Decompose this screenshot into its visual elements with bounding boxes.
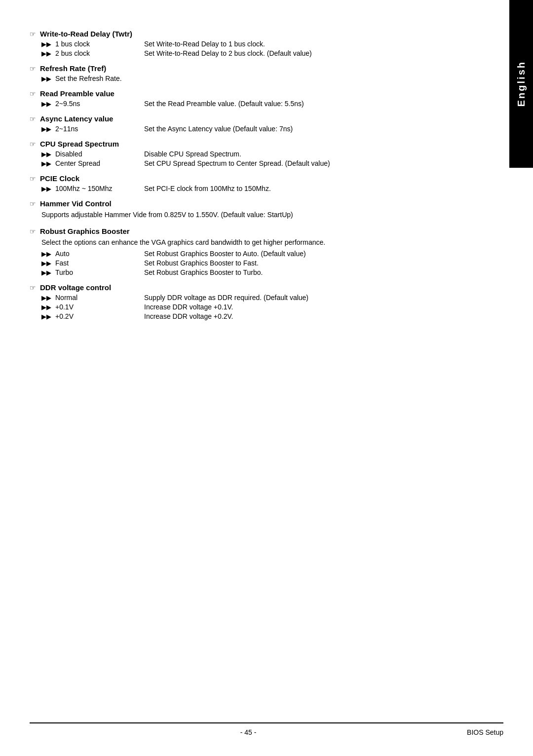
item-row: ▶▶Center SpreadSet CPU Spread Spectrum t… xyxy=(41,159,464,167)
section-body-read-preamble: ▶▶2~9.5nsSet the Read Preamble value. (D… xyxy=(30,100,464,108)
section-header-robust-graphics: ☞Robust Graphics Booster xyxy=(30,227,464,235)
section-body-async-latency: ▶▶2~11nsSet the Async Latency value (Def… xyxy=(30,125,464,133)
bullet-icon: ▶▶ xyxy=(41,160,51,167)
item-desc: Set Robust Graphics Booster to Auto. (De… xyxy=(144,250,306,258)
section-write-to-read: ☞Write-to-Read Delay (Twtr)▶▶1 bus clock… xyxy=(30,30,464,57)
section-body-write-to-read: ▶▶1 bus clockSet Write-to-Read Delay to … xyxy=(30,40,464,57)
section-arrow-icon: ☞ xyxy=(30,90,36,98)
section-header-write-to-read: ☞Write-to-Read Delay (Twtr) xyxy=(30,30,464,38)
section-robust-graphics: ☞Robust Graphics BoosterSelect the optio… xyxy=(30,227,464,276)
item-desc: Set PCI-E clock from 100Mhz to 150Mhz. xyxy=(144,185,271,192)
section-title-cpu-spread: CPU Spread Spectrum xyxy=(40,140,119,148)
section-title-async-latency: Async Latency value xyxy=(40,114,113,123)
footer: - 45 - BIOS Setup xyxy=(30,722,503,736)
bullet-icon: ▶▶ xyxy=(41,100,51,108)
bullet-icon: ▶▶ xyxy=(41,185,51,192)
section-body-pcie-clock: ▶▶100Mhz ~ 150MhzSet PCI-E clock from 10… xyxy=(30,185,464,192)
item-label: Auto xyxy=(55,250,144,258)
section-header-refresh-rate: ☞Refresh Rate (Tref) xyxy=(30,64,464,73)
item-row: ▶▶2~11nsSet the Async Latency value (Def… xyxy=(41,125,464,133)
item-row: ▶▶2 bus clockSet Write-to-Read Delay to … xyxy=(41,49,464,57)
section-ddr-voltage: ☞DDR voltage control▶▶NormalSupply DDR v… xyxy=(30,283,464,320)
section-header-ddr-voltage: ☞DDR voltage control xyxy=(30,283,464,292)
section-body-ddr-voltage: ▶▶NormalSupply DDR voltage as DDR requir… xyxy=(30,294,464,320)
bullet-icon: ▶▶ xyxy=(41,269,51,276)
item-desc: Increase DDR voltage +0.2V. xyxy=(144,312,233,320)
section-body-refresh-rate: ▶▶Set the Refresh Rate. xyxy=(30,75,464,82)
page-container: English ☞Write-to-Read Delay (Twtr)▶▶1 b… xyxy=(0,0,533,756)
item-label: Normal xyxy=(55,294,144,302)
item-desc: Supply DDR voltage as DDR required. (Def… xyxy=(144,294,308,302)
sidebar-tab: English xyxy=(509,0,533,168)
section-hammer-vid: ☞Hammer Vid ControlSupports adjustable H… xyxy=(30,199,464,220)
item-desc: Set the Read Preamble value. (Default va… xyxy=(144,100,304,108)
bullet-icon: ▶▶ xyxy=(41,294,51,302)
item-row: ▶▶Set the Refresh Rate. xyxy=(41,75,464,82)
bullet-icon: ▶▶ xyxy=(41,40,51,48)
item-label: Turbo xyxy=(55,268,144,276)
section-body-hammer-vid: Supports adjustable Hammer Vide from 0.8… xyxy=(30,210,464,220)
item-row: ▶▶NormalSupply DDR voltage as DDR requir… xyxy=(41,294,464,302)
bullet-icon: ▶▶ xyxy=(41,250,51,258)
item-label: 2 bus clock xyxy=(55,49,144,57)
item-label: Fast xyxy=(55,259,144,267)
bullet-icon: ▶▶ xyxy=(41,260,51,267)
section-async-latency: ☞Async Latency value▶▶2~11nsSet the Asyn… xyxy=(30,114,464,133)
item-row: ▶▶+0.2VIncrease DDR voltage +0.2V. xyxy=(41,312,464,320)
item-label: +0.2V xyxy=(55,312,144,320)
bullet-icon: ▶▶ xyxy=(41,313,51,320)
section-header-pcie-clock: ☞PCIE Clock xyxy=(30,174,464,183)
section-arrow-icon: ☞ xyxy=(30,284,36,292)
footer-center: - 45 - xyxy=(240,728,257,736)
item-desc: Increase DDR voltage +0.1V. xyxy=(144,303,233,311)
item-row: ▶▶+0.1VIncrease DDR voltage +0.1V. xyxy=(41,303,464,311)
item-label: +0.1V xyxy=(55,303,144,311)
main-content: ☞Write-to-Read Delay (Twtr)▶▶1 bus clock… xyxy=(30,30,464,320)
item-row: ▶▶100Mhz ~ 150MhzSet PCI-E clock from 10… xyxy=(41,185,464,192)
section-body-cpu-spread: ▶▶DisabledDisable CPU Spread Spectrum.▶▶… xyxy=(30,150,464,167)
section-body-robust-graphics: Select the options can enhance the VGA g… xyxy=(30,237,464,276)
item-row: ▶▶AutoSet Robust Graphics Booster to Aut… xyxy=(41,250,464,258)
bullet-icon: ▶▶ xyxy=(41,75,51,82)
item-desc: Set the Async Latency value (Default val… xyxy=(144,125,293,133)
section-header-hammer-vid: ☞Hammer Vid Control xyxy=(30,199,464,208)
item-label: Center Spread xyxy=(55,159,144,167)
section-intro-hammer-vid: Supports adjustable Hammer Vide from 0.8… xyxy=(41,210,464,220)
section-title-write-to-read: Write-to-Read Delay (Twtr) xyxy=(40,30,132,38)
section-intro-robust-graphics: Select the options can enhance the VGA g… xyxy=(41,237,464,248)
section-arrow-icon: ☞ xyxy=(30,227,36,235)
item-row: ▶▶FastSet Robust Graphics Booster to Fas… xyxy=(41,259,464,267)
item-desc: Set CPU Spread Spectrum to Center Spread… xyxy=(144,159,330,167)
item-label: 2~9.5ns xyxy=(55,100,144,108)
item-label: 1 bus clock xyxy=(55,40,144,48)
item-label: Set the Refresh Rate. xyxy=(55,75,144,82)
section-arrow-icon: ☞ xyxy=(30,200,36,208)
bullet-icon: ▶▶ xyxy=(41,125,51,133)
bullet-icon: ▶▶ xyxy=(41,303,51,311)
item-desc: Disable CPU Spread Spectrum. xyxy=(144,150,241,158)
section-title-hammer-vid: Hammer Vid Control xyxy=(40,199,112,208)
item-label: 2~11ns xyxy=(55,125,144,133)
item-row: ▶▶DisabledDisable CPU Spread Spectrum. xyxy=(41,150,464,158)
item-desc: Set Robust Graphics Booster to Fast. xyxy=(144,259,259,267)
section-arrow-icon: ☞ xyxy=(30,65,36,73)
item-desc: Set Write-to-Read Delay to 2 bus clock. … xyxy=(144,49,312,57)
section-header-async-latency: ☞Async Latency value xyxy=(30,114,464,123)
sidebar-label: English xyxy=(516,61,527,107)
item-desc: Set Robust Graphics Booster to Turbo. xyxy=(144,268,263,276)
section-arrow-icon: ☞ xyxy=(30,175,36,183)
section-refresh-rate: ☞Refresh Rate (Tref)▶▶Set the Refresh Ra… xyxy=(30,64,464,82)
section-title-read-preamble: Read Preamble value xyxy=(40,89,114,98)
section-pcie-clock: ☞PCIE Clock▶▶100Mhz ~ 150MhzSet PCI-E cl… xyxy=(30,174,464,192)
section-arrow-icon: ☞ xyxy=(30,115,36,123)
section-cpu-spread: ☞CPU Spread Spectrum▶▶DisabledDisable CP… xyxy=(30,140,464,167)
section-header-read-preamble: ☞Read Preamble value xyxy=(30,89,464,98)
bullet-icon: ▶▶ xyxy=(41,50,51,57)
item-label: 100Mhz ~ 150Mhz xyxy=(55,185,144,192)
bullet-icon: ▶▶ xyxy=(41,151,51,158)
item-row: ▶▶TurboSet Robust Graphics Booster to Tu… xyxy=(41,268,464,276)
section-read-preamble: ☞Read Preamble value▶▶2~9.5nsSet the Rea… xyxy=(30,89,464,108)
section-title-refresh-rate: Refresh Rate (Tref) xyxy=(40,64,106,73)
section-header-cpu-spread: ☞CPU Spread Spectrum xyxy=(30,140,464,148)
section-title-pcie-clock: PCIE Clock xyxy=(40,174,79,183)
